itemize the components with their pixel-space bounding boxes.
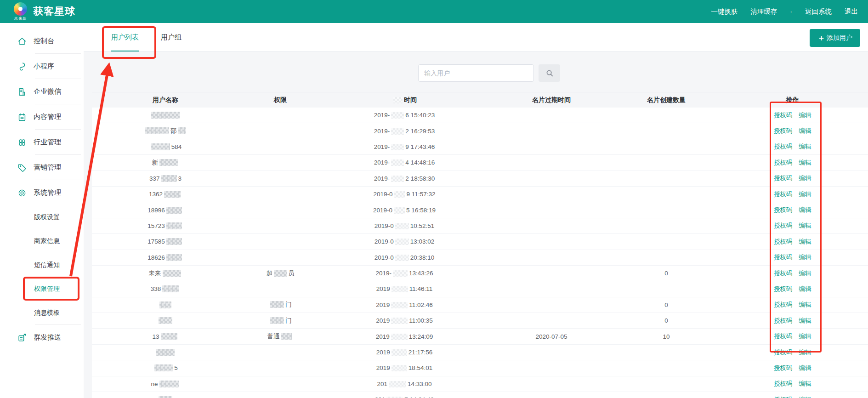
authorize-code-link[interactable]: 授权码	[774, 112, 793, 119]
edit-link[interactable]: 编辑	[799, 254, 811, 261]
tab-user-list[interactable]: 用户列表	[111, 23, 139, 51]
text-fragment: 2 16:29:53	[405, 128, 435, 135]
edit-link[interactable]: 编辑	[799, 380, 811, 387]
authorize-code-link[interactable]: 授权码	[774, 380, 793, 387]
menu-separator-dot: ·	[790, 8, 792, 15]
edit-link[interactable]: 编辑	[799, 285, 811, 292]
sidebar-item-industry-mgmt[interactable]: 行业管理	[0, 130, 84, 155]
edit-link[interactable]: 编辑	[799, 222, 811, 229]
authorize-code-link[interactable]: 授权码	[774, 222, 793, 229]
sidebar-item-console[interactable]: 控制台	[0, 28, 84, 54]
search-input[interactable]	[418, 64, 534, 82]
sidebar-item-broadcast-push[interactable]: 群发推送	[0, 325, 84, 350]
edit-link[interactable]: 编辑	[799, 396, 811, 398]
edit-link[interactable]: 编辑	[799, 143, 811, 150]
text-fragment: 14:33:00	[408, 381, 432, 387]
cell-created-time: 201921:17:56	[322, 349, 487, 356]
authorize-code-link[interactable]: 授权码	[774, 285, 793, 292]
authorize-code-link[interactable]: 授权码	[774, 317, 793, 324]
authorize-code-link[interactable]: 授权码	[774, 238, 793, 245]
sidebar-subitem-message-template[interactable]: 消息模板	[0, 301, 84, 325]
cell-created-time: 2019-6 15:40:23	[322, 112, 487, 119]
sidebar-item-content-mgmt[interactable]: 内容管理	[0, 104, 84, 130]
authorize-code-link[interactable]: 授权码	[774, 127, 793, 134]
edit-link[interactable]: 编辑	[799, 333, 811, 340]
text-fragment: 11:00:35	[409, 317, 433, 324]
authorize-code-link[interactable]: 授权码	[774, 191, 793, 198]
cell-username: 13	[92, 333, 239, 340]
sidebar-item-wecom[interactable]: 企业微信	[0, 79, 84, 104]
redacted-block	[163, 270, 181, 277]
edit-link[interactable]: 编辑	[799, 159, 811, 166]
menu-item-change-skin[interactable]: 一键换肤	[711, 7, 738, 16]
redacted-block	[159, 301, 171, 308]
edit-link[interactable]: 编辑	[799, 364, 811, 371]
redacted-block	[166, 207, 182, 214]
text-fragment: 名片创建数量	[647, 96, 686, 103]
redacted-block	[395, 223, 409, 229]
redacted-block	[164, 191, 181, 198]
cell-operations: 授权码编辑	[717, 127, 868, 135]
menu-item-logout[interactable]: 退出	[845, 7, 858, 16]
cell-username	[92, 396, 239, 398]
sidebar-item-miniprogram[interactable]: 小程序	[0, 54, 84, 79]
text-fragment: 15723	[148, 222, 165, 229]
authorize-code-link[interactable]: 授权码	[774, 396, 793, 398]
sidebar-subitem-merchant-info[interactable]: 商家信息	[0, 229, 84, 253]
authorize-code-link[interactable]: 授权码	[774, 206, 793, 213]
sidebar-item-system-mgmt[interactable]: 系统管理	[0, 180, 84, 205]
cell-username	[92, 317, 239, 324]
text-fragment: 2019-0	[374, 191, 393, 198]
authorize-code-link[interactable]: 授权码	[774, 143, 793, 150]
text-fragment: 2019	[376, 317, 390, 324]
edit-link[interactable]: 编辑	[799, 175, 811, 182]
text-fragment: 未来	[149, 270, 161, 277]
cell-card-count: 0	[616, 317, 717, 324]
gear-icon	[17, 188, 28, 199]
cell-created-time: 2019-09 11:57:32	[322, 191, 487, 198]
edit-link[interactable]: 编辑	[799, 270, 811, 277]
redacted-block	[159, 317, 172, 324]
sidebar-subitem-permission-mgmt[interactable]: 权限管理	[0, 277, 84, 301]
table-header-row: 用户名称权限时间名片过期时间名片创建数量操作	[92, 92, 868, 108]
table-row: 2017 14:24:42授权码编辑	[92, 392, 868, 398]
edit-link[interactable]: 编辑	[799, 317, 811, 324]
search-button[interactable]	[539, 64, 560, 82]
redacted-block	[391, 128, 404, 135]
cell-created-time: 201911:00:35	[322, 317, 487, 324]
redacted-block	[391, 286, 408, 292]
authorize-code-link[interactable]: 授权码	[774, 270, 793, 277]
send-icon	[17, 332, 28, 343]
cell-permission: 超员	[239, 269, 322, 278]
edit-link[interactable]: 编辑	[799, 206, 811, 213]
edit-link[interactable]: 编辑	[799, 191, 811, 198]
edit-link[interactable]: 编辑	[799, 349, 811, 356]
authorize-code-link[interactable]: 授权码	[774, 364, 793, 371]
authorize-code-link[interactable]: 授权码	[774, 175, 793, 182]
cell-operations: 授权码编辑	[717, 348, 868, 357]
edit-link[interactable]: 编辑	[799, 112, 811, 119]
authorize-code-link[interactable]: 授权码	[774, 159, 793, 166]
text-fragment: 5 16:58:19	[406, 207, 436, 214]
sidebar-subitem-copyright-settings[interactable]: 版权设置	[0, 205, 84, 229]
menu-item-clear-cache[interactable]: 清理缓存	[750, 7, 777, 16]
top-menu: 一键换肤 清理缓存 · 返回系统 退出	[711, 7, 858, 16]
authorize-code-link[interactable]: 授权码	[774, 301, 793, 308]
text-fragment: ne	[151, 381, 158, 387]
menu-item-return-system[interactable]: 返回系统	[805, 7, 832, 16]
edit-link[interactable]: 编辑	[799, 238, 811, 245]
authorize-code-link[interactable]: 授权码	[774, 254, 793, 261]
tab-user-group[interactable]: 用户组	[161, 23, 182, 51]
redacted-block	[154, 364, 173, 371]
edit-link[interactable]: 编辑	[799, 127, 811, 134]
add-user-button[interactable]: ＋ 添加用户	[810, 29, 860, 47]
text-fragment: 2019-0	[374, 238, 394, 245]
authorize-code-link[interactable]: 授权码	[774, 349, 793, 356]
cell-operations: 授权码编辑	[717, 317, 868, 325]
redacted-block	[156, 349, 175, 356]
sidebar-subitem-sms-notify[interactable]: 短信通知	[0, 253, 84, 277]
sidebar-item-marketing-mgmt[interactable]: 营销管理	[0, 155, 84, 180]
edit-link[interactable]: 编辑	[799, 301, 811, 308]
authorize-code-link[interactable]: 授权码	[774, 333, 793, 340]
text-fragment: 20:38:10	[410, 254, 435, 261]
